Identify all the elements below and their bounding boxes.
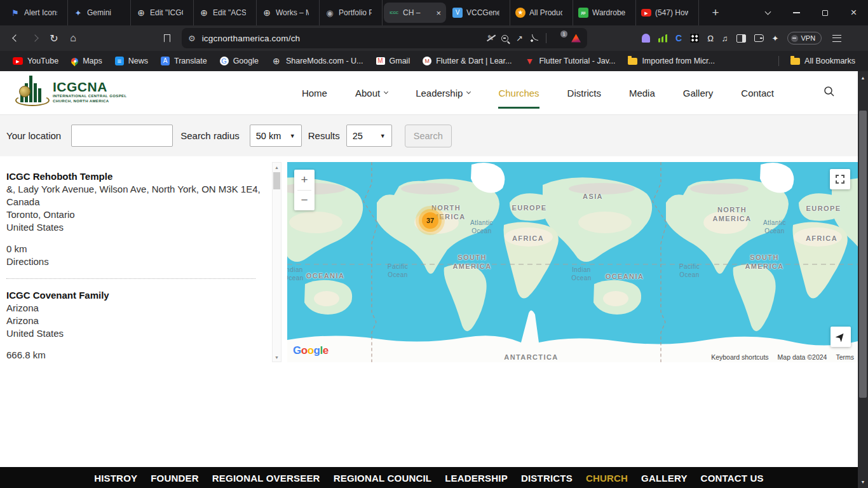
- browser-tab[interactable]: ⊕ Works – M: [257, 0, 320, 25]
- scroll-up-icon[interactable]: ▲: [273, 163, 281, 172]
- nav-item[interactable]: Home: [302, 88, 327, 98]
- nav-item[interactable]: Contact: [741, 88, 774, 98]
- footer-link[interactable]: HISTROY: [94, 473, 137, 488]
- nav-item[interactable]: Leadership: [416, 88, 470, 98]
- zoom-out-button[interactable]: −: [294, 191, 315, 211]
- zoom-out-icon[interactable]: [501, 35, 508, 42]
- terms-link[interactable]: Terms: [836, 353, 854, 361]
- vpn-button[interactable]: VPN: [787, 32, 822, 44]
- nav-item[interactable]: Media: [629, 88, 655, 98]
- google-map[interactable]: NORTH AMERICAAtlantic OceanEUROPEAFRICAA…: [287, 162, 858, 362]
- octopus-extension-icon[interactable]: Ω: [707, 34, 714, 43]
- browser-tab[interactable]: ⊕ Edit "ACSE: [194, 0, 257, 25]
- minimize-button[interactable]: [782, 0, 811, 25]
- blocked-permission-icon[interactable]: ✎: [487, 34, 494, 43]
- browser-tab[interactable]: ⊕ Edit "ICGC: [131, 0, 194, 25]
- footer-link[interactable]: REGIONAL COUNCIL: [334, 473, 432, 488]
- browser-tab[interactable]: ✦ Gemini: [68, 0, 131, 25]
- footer-link[interactable]: FOUNDER: [151, 473, 199, 488]
- scroll-down-icon[interactable]: ▼: [858, 477, 868, 487]
- scrollbar-thumb[interactable]: [273, 172, 280, 189]
- browser-tab[interactable]: ▶ (547) How: [636, 0, 699, 25]
- fullscreen-button[interactable]: [830, 169, 850, 189]
- scroll-up-icon[interactable]: ▲: [858, 72, 868, 83]
- bookmark-item[interactable]: ≡ News: [110, 55, 153, 67]
- search-button[interactable]: Search: [405, 125, 452, 147]
- url-text[interactable]: icgcnorthamerica.com/ch: [202, 34, 481, 43]
- footer-link[interactable]: LEADERSHIP: [445, 473, 508, 488]
- site-search-button[interactable]: [824, 86, 835, 100]
- google-logo[interactable]: Google: [293, 344, 329, 357]
- wallet-icon[interactable]: [754, 34, 764, 42]
- nav-item[interactable]: Gallery: [683, 88, 714, 98]
- bookmark-item[interactable]: Imported from Micr...: [623, 55, 720, 67]
- rss-icon[interactable]: [531, 34, 538, 42]
- signal-bars-extension-icon[interactable]: [658, 34, 667, 43]
- directions-link[interactable]: Directions: [6, 255, 264, 268]
- ghost-extension-icon[interactable]: [642, 34, 650, 43]
- location-input[interactable]: [71, 125, 173, 147]
- church-card: ICGC Rehoboth Temple &, Lady York Avenue…: [0, 156, 273, 279]
- rewards-triangle-icon[interactable]: [571, 34, 581, 43]
- bookmark-item[interactable]: A Translate: [156, 55, 212, 67]
- directions-link[interactable]: Directions: [6, 362, 264, 362]
- listings-scrollbar[interactable]: ▲ ▼: [272, 162, 281, 362]
- browser-tab[interactable]: ◉ Portfolio P: [320, 0, 383, 25]
- home-button[interactable]: ⌂: [64, 29, 83, 48]
- tab-close-icon[interactable]: ×: [435, 8, 441, 18]
- scroll-down-icon[interactable]: ▼: [273, 353, 281, 362]
- checkerboard-extension-icon[interactable]: [690, 34, 699, 43]
- back-button[interactable]: [6, 29, 25, 48]
- scrollbar-thumb[interactable]: [859, 111, 867, 398]
- bookmark-item[interactable]: ▼ Flutter Tutorial - Jav...: [519, 54, 620, 68]
- ai-sparkle-icon[interactable]: ✦: [772, 34, 779, 43]
- new-tab-button[interactable]: +: [708, 6, 723, 20]
- bookmark-item[interactable]: ▶ YouTube: [8, 55, 64, 67]
- menu-icon[interactable]: [832, 35, 841, 42]
- browser-tab[interactable]: V VCCGener: [447, 0, 510, 25]
- close-window-button[interactable]: ×: [839, 0, 868, 25]
- bookmark-item[interactable]: M Gmail: [371, 55, 416, 67]
- browser-tab[interactable]: ICGC CH – ×: [384, 3, 446, 23]
- bookmark-item[interactable]: ⊕ ShareMods.com - U...: [266, 54, 369, 68]
- reload-button[interactable]: ↻: [44, 29, 64, 48]
- browser-tab[interactable]: ⚑ Alert Icons: [5, 0, 68, 25]
- c-extension-icon[interactable]: C: [675, 33, 682, 43]
- gmail-icon: M: [376, 57, 385, 65]
- keyboard-shortcuts-link[interactable]: Keyboard shortcuts: [711, 353, 768, 361]
- bookmark-item[interactable]: Maps: [66, 55, 107, 67]
- all-bookmarks-button[interactable]: All Bookmarks: [785, 55, 860, 67]
- bookmark-item[interactable]: G Google: [215, 55, 264, 67]
- site-logo[interactable]: ICGCNA INTERNATIONAL CENTRAL GOSPEL CHUR…: [18, 78, 127, 107]
- restore-button[interactable]: [811, 0, 839, 25]
- footer-link[interactable]: GALLERY: [641, 473, 688, 488]
- church-name: ICGC Rehoboth Temple: [6, 170, 264, 183]
- footer-link[interactable]: DISTRICTS: [521, 473, 573, 488]
- brave-shields-button[interactable]: 1: [554, 33, 564, 44]
- my-location-button[interactable]: [831, 327, 851, 347]
- folder-icon: [628, 58, 637, 65]
- site-settings-icon[interactable]: ⚙: [188, 34, 196, 43]
- address-bar[interactable]: ⚙ icgcnorthamerica.com/ch ✎ ↗ 1: [182, 28, 587, 48]
- forward-button[interactable]: [25, 29, 44, 48]
- nav-item[interactable]: Churches: [498, 88, 539, 98]
- bookmark-label: Flutter & Dart | Lear...: [436, 57, 512, 65]
- browser-tab[interactable]: jiji Wardrobe: [573, 0, 636, 25]
- share-icon[interactable]: ↗: [516, 34, 523, 43]
- bookmark-item[interactable]: M Flutter & Dart | Lear...: [417, 55, 517, 67]
- tab-search-button[interactable]: [754, 0, 782, 25]
- page-scrollbar[interactable]: ▲ ▼: [858, 71, 868, 488]
- nav-item[interactable]: About: [355, 88, 388, 98]
- music-extension-icon[interactable]: ♫: [722, 34, 728, 43]
- results-select[interactable]: 25 ▼: [346, 125, 392, 147]
- radius-select[interactable]: 50 km ▼: [250, 125, 302, 147]
- footer-link[interactable]: REGIONAL OVERSEER: [212, 473, 320, 488]
- nav-item[interactable]: Districts: [567, 88, 601, 98]
- sidebar-toggle-icon[interactable]: [736, 34, 746, 43]
- footer-link[interactable]: CONTACT US: [701, 473, 764, 488]
- zoom-in-button[interactable]: +: [294, 170, 315, 190]
- marker-cluster[interactable]: 37: [422, 212, 438, 229]
- footer-link[interactable]: CHURCH: [586, 473, 628, 488]
- browser-tab[interactable]: ★ All Produc: [510, 0, 573, 25]
- bookmark-button[interactable]: [158, 29, 177, 48]
